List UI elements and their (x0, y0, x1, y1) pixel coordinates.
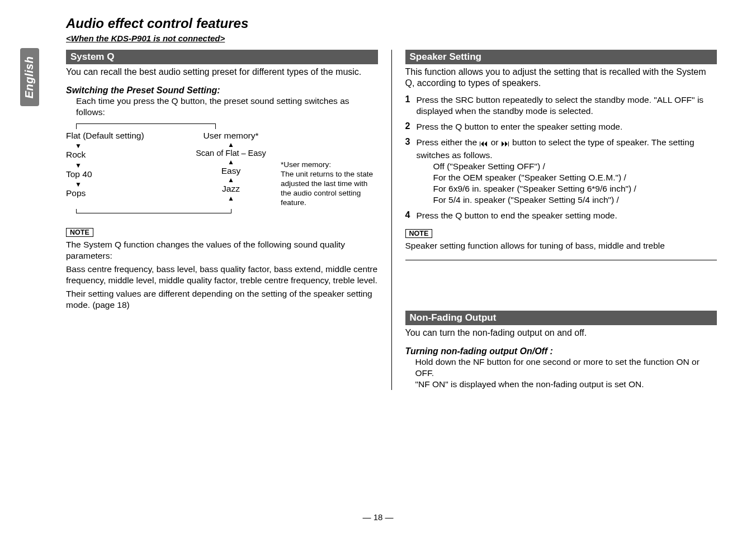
step-3-body: Press either the ⏮ or ⏭ button to select… (417, 137, 717, 206)
preset-jazz: Jazz (183, 183, 278, 194)
system-q-header: System Q (66, 50, 378, 64)
user-memory-note: *User memory: The unit returns to the st… (278, 160, 378, 207)
step-2-body: Press the Q button to enter the speaker … (417, 121, 717, 132)
nf-body-2: "NF ON" is displayed when the non-fading… (415, 379, 717, 390)
preset-easy: Easy (183, 165, 278, 177)
step-3-opt-0: Off ("Speaker Setting OFF") / (433, 161, 717, 172)
preset-scan: Scan of Flat – Easy (183, 148, 278, 159)
step-3-opt-2: For 6x9/6 in. speaker ("Speaker Setting … (433, 183, 717, 194)
preset-left-list: Flat (Default setting) ▼ Rock ▼ Top 40 ▼… (66, 130, 183, 200)
arrow-up-icon: ▲ (183, 159, 278, 165)
diagram-connector-top (76, 123, 378, 129)
step-4: 4 Press the Q button to end the speaker … (405, 210, 717, 221)
system-q-lead: You can recall the best audio setting pr… (66, 66, 378, 78)
page-title: Audio effect control features (66, 16, 722, 31)
arrow-down-icon: ▼ (75, 142, 183, 149)
step-number: 3 (405, 137, 417, 147)
non-fading-lead: You can turn the non-fading output on an… (405, 327, 717, 339)
speaker-setting-lead: This function allows you to adjust the s… (405, 66, 717, 89)
step-number: 1 (405, 94, 417, 104)
nf-body-1: Hold down the NF button for one second o… (415, 356, 717, 379)
preset-pops: Pops (66, 188, 183, 199)
nf-onoff-heading: Turning non-fading output On/Off : (405, 346, 717, 356)
step-2: 2 Press the Q button to enter the speake… (405, 121, 717, 132)
step-number: 4 (405, 210, 417, 220)
arrow-up-icon: ▲ (183, 195, 278, 202)
step-1: 1 Press the SRC button repeatedly to sel… (405, 94, 717, 117)
switch-preset-heading: Switching the Preset Sound Setting: (66, 85, 378, 96)
preset-user-memory: User memory* (183, 130, 278, 141)
preset-mid-list: User memory* ▲ Scan of Flat – Easy ▲ Eas… (183, 130, 278, 201)
step-1-body: Press the SRC button repeatedly to selec… (417, 94, 717, 117)
language-tab: English (20, 48, 39, 106)
preset-flat: Flat (Default setting) (66, 130, 183, 141)
diagram-connector-bottom (76, 209, 378, 213)
left-column: System Q You can recall the best audio s… (62, 50, 392, 390)
step-4-body: Press the Q button to end the speaker se… (417, 210, 717, 221)
step-3-opt-3: For 5/4 in. speaker ("Speaker Setting 5/… (433, 194, 717, 206)
note-text-3: Their setting values are different depen… (66, 288, 378, 311)
non-fading-header: Non-Fading Output (405, 311, 717, 325)
note-text-2: Bass centre frequency, bass level, bass … (66, 264, 378, 286)
right-column: Speaker Setting This function allows you… (392, 50, 723, 390)
preset-rock: Rock (66, 149, 183, 160)
page-subtitle: <When the KDS-P901 is not connected> (66, 34, 722, 43)
step-3-opt-1: For the OEM speaker ("Speaker Setting O.… (433, 172, 717, 183)
switch-preset-body: Each time you press the Q button, the pr… (76, 96, 378, 118)
note-label: NOTE (66, 228, 93, 237)
prev-track-icon: ⏮ (479, 138, 488, 149)
step-3: 3 Press either the ⏮ or ⏭ button to sele… (405, 137, 717, 206)
step-number: 2 (405, 121, 417, 131)
arrow-up-icon: ▲ (183, 177, 278, 183)
step-3-text-a: Press either the (417, 137, 480, 147)
arrow-down-icon: ▼ (75, 181, 183, 188)
page-number: — 18 — (0, 512, 756, 522)
columns: System Q You can recall the best audio s… (34, 50, 722, 390)
note-text-1: The System Q function changes the values… (66, 239, 378, 261)
arrow-down-icon: ▼ (75, 162, 183, 169)
arrow-up-icon: ▲ (183, 141, 278, 148)
preset-top40: Top 40 (66, 169, 183, 180)
note-label: NOTE (405, 229, 433, 238)
speaker-note-text: Speaker setting function allows for tuni… (405, 240, 717, 260)
language-label: English (23, 56, 36, 98)
step-3-text-b: or (488, 137, 500, 147)
user-memory-note-body: The unit returns to the state adjusted t… (281, 170, 378, 208)
user-memory-note-title: *User memory: (281, 160, 378, 170)
speaker-steps: 1 Press the SRC button repeatedly to sel… (405, 94, 717, 221)
speaker-setting-header: Speaker Setting (405, 50, 717, 64)
preset-diagram: Flat (Default setting) ▼ Rock ▼ Top 40 ▼… (66, 123, 378, 213)
next-track-icon: ⏭ (501, 138, 510, 149)
page: English Audio effect control features <W… (0, 0, 756, 533)
